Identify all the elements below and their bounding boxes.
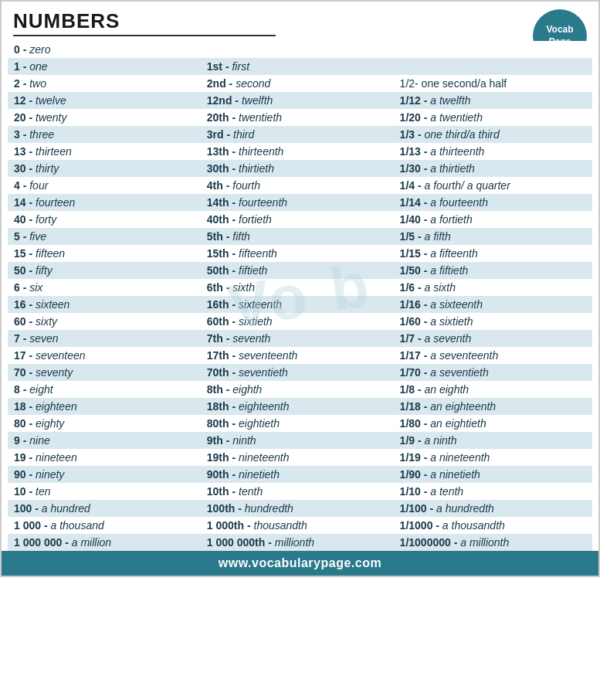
content-area: Vo b 0 - zero1 - one1st - first2 - two2n… xyxy=(2,41,598,551)
word-part: zero xyxy=(29,43,50,56)
number-part: 12nd - xyxy=(207,94,242,107)
cell-12-1: 15th - fifteenth xyxy=(201,245,394,262)
cell-18-1: 17th - seventeenth xyxy=(201,347,394,364)
number-part: 9th - xyxy=(207,434,232,447)
word-part: an eighteenth xyxy=(430,400,496,413)
number-part: 12 - xyxy=(14,94,36,107)
word-part: six xyxy=(29,281,42,294)
cell-13-2: 1/50 - a fiftieth xyxy=(394,262,592,279)
number-part: 1/15 - xyxy=(400,247,431,260)
cell-0-2 xyxy=(394,41,592,58)
cell-19-0: 70 - seventy xyxy=(8,364,201,381)
number-part: 1 000th - xyxy=(207,519,254,532)
table-row: 90 - ninety90th - ninetieth1/90 - a nine… xyxy=(8,466,592,483)
word-part: a thousand xyxy=(50,519,103,532)
word-part: a fifteenth xyxy=(430,247,478,260)
cell-28-1: 1 000th - thousandth xyxy=(201,517,394,534)
cell-22-2: 1/80 - an eightieth xyxy=(394,415,592,432)
number-part: 15 - xyxy=(14,247,36,260)
cell-26-0: 10 - ten xyxy=(8,483,201,500)
table-row: 6 - six6th - sixth1/6 - a sixth xyxy=(8,279,592,296)
cell-10-0: 40 - forty xyxy=(8,211,201,228)
cell-16-0: 60 - sixty xyxy=(8,313,201,330)
number-part: 1/14 - xyxy=(400,196,431,209)
cell-6-2: 1/13 - a thirteenth xyxy=(394,143,592,160)
number-part: 30th - xyxy=(207,162,239,175)
word-part: seventy xyxy=(36,366,73,379)
cell-3-2: 1/12 - a twelfth xyxy=(394,92,592,109)
number-part: 50th - xyxy=(207,264,239,277)
word-part: nineteenth xyxy=(239,451,289,464)
number-part: 10th - xyxy=(207,485,239,498)
number-part: 1 000 000 - xyxy=(14,536,72,549)
cell-15-0: 16 - sixteen xyxy=(8,296,201,313)
word-part: fifth xyxy=(232,230,250,243)
cell-17-2: 1/7 - a seventh xyxy=(394,330,592,347)
number-part: 90th - xyxy=(207,468,239,481)
cell-8-2: 1/4 - a fourth/ a quarter xyxy=(394,177,592,194)
word-part: first xyxy=(232,60,249,73)
number-part: 1/5 - xyxy=(400,230,425,243)
word-part: a million xyxy=(72,536,111,549)
word-part: a sixteenth xyxy=(430,298,483,311)
cell-14-2: 1/6 - a sixth xyxy=(394,279,592,296)
number-part: 1/100 - xyxy=(400,502,436,515)
number-part: 20 - xyxy=(14,111,36,124)
cell-17-0: 7 - seven xyxy=(8,330,201,347)
word-part: ninety xyxy=(36,468,64,481)
table-row: 16 - sixteen16th - sixteenth1/16 - a six… xyxy=(8,296,592,313)
table-row: 70 - seventy70th - seventieth1/70 - a se… xyxy=(8,364,592,381)
cell-13-0: 50 - fifty xyxy=(8,262,201,279)
word-part: twenty xyxy=(36,111,66,124)
word-part: a sixth xyxy=(425,281,456,294)
number-part: 50 - xyxy=(14,264,36,277)
number-part: 3rd - xyxy=(207,128,233,141)
cell-1-2 xyxy=(394,58,592,75)
number-part: 1/8 - xyxy=(400,383,425,396)
footer: www.vocabularypage.com xyxy=(2,551,598,576)
cell-19-1: 70th - seventieth xyxy=(201,364,394,381)
cell-29-2: 1/1000000 - a millionth xyxy=(394,534,592,551)
cell-21-0: 18 - eighteen xyxy=(8,398,201,415)
cell-26-1: 10th - tenth xyxy=(201,483,394,500)
numbers-table: 0 - zero1 - one1st - first2 - two2nd - s… xyxy=(8,41,592,551)
cell-7-0: 30 - thirty xyxy=(8,160,201,177)
cell-2-0: 2 - two xyxy=(8,75,201,92)
word-part: seventeen xyxy=(36,349,86,362)
cell-25-0: 90 - ninety xyxy=(8,466,201,483)
cell-3-1: 12nd - twelfth xyxy=(201,92,394,109)
number-part: 1/17 - xyxy=(400,349,431,362)
word-part: a fiftieth xyxy=(430,264,468,277)
word-part: a tenth xyxy=(430,485,463,498)
cell-17-1: 7th - seventh xyxy=(201,330,394,347)
word-part: hundredth xyxy=(245,502,293,515)
word-part: seventieth xyxy=(239,366,288,379)
header: NUMBERS VocabPage xyxy=(2,2,598,41)
cell-18-2: 1/17 - a seventeenth xyxy=(394,347,592,364)
number-part: 1/18 - xyxy=(400,400,431,413)
cell-14-0: 6 - six xyxy=(8,279,201,296)
page-wrapper: NUMBERS VocabPage Vo b 0 - zero1 - one1s… xyxy=(0,0,600,577)
number-part: 30 - xyxy=(14,162,36,175)
number-part: 7th - xyxy=(207,332,232,345)
word-part: forty xyxy=(36,213,56,226)
word-part: fourteenth xyxy=(239,196,287,209)
cell-4-1: 20th - twentieth xyxy=(201,109,394,126)
number-part: 90 - xyxy=(14,468,36,481)
word-part: a nineteenth xyxy=(430,451,490,464)
number-part: 1 000 - xyxy=(14,519,50,532)
number-part: 18 - xyxy=(14,400,36,413)
cell-28-2: 1/1000 - a thousandth xyxy=(394,517,592,534)
number-part: 1/1000000 - xyxy=(400,536,461,549)
table-row: 7 - seven7th - seventh1/7 - a seventh xyxy=(8,330,592,347)
number-part: 60th - xyxy=(207,315,239,328)
table-container: 0 - zero1 - one1st - first2 - two2nd - s… xyxy=(2,41,598,551)
table-row: 20 - twenty20th - twentieth1/20 - a twen… xyxy=(8,109,592,126)
number-part: 1/6 - xyxy=(400,281,425,294)
word-part: a fourteenth xyxy=(430,196,488,209)
word-part: third xyxy=(233,128,254,141)
word-part: a ninth xyxy=(425,434,457,447)
cell-23-1: 9th - ninth xyxy=(201,432,394,449)
cell-25-1: 90th - ninetieth xyxy=(201,466,394,483)
table-row: 19 - nineteen19th - nineteenth1/19 - a n… xyxy=(8,449,592,466)
